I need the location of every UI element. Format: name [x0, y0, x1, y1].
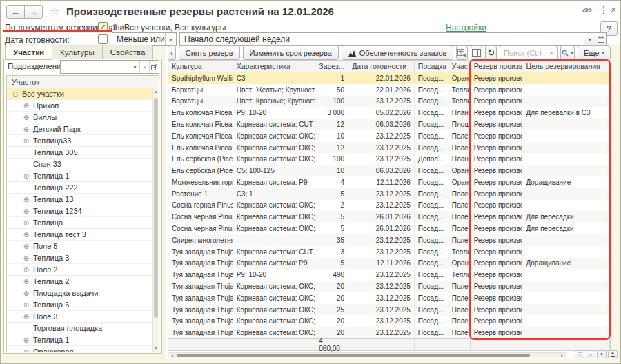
chevron-down-icon[interactable]: ▾: [130, 61, 139, 73]
column-header[interactable]: Посадка: [415, 61, 448, 72]
table-row[interactable]: Сосна черная Pinus ni...Корневая система…: [168, 211, 610, 223]
table-row[interactable]: БархатцыЦвет: Желтые; Крупность: Прямост…: [168, 84, 610, 96]
forward-button[interactable]: →: [24, 5, 43, 19]
table-row[interactable]: Ель колючая Picea pu...P9; 10-203 00005.…: [168, 107, 610, 119]
tree-item[interactable]: ⊕Поле 3: [7, 311, 152, 323]
change-reserve-term-button[interactable]: Изменить срок резерва: [243, 46, 339, 60]
tree-collapsed-icon[interactable]: ⊕: [22, 114, 30, 121]
tree-collapsed-icon[interactable]: ⊕: [22, 301, 30, 309]
tree-collapsed-icon[interactable]: ⊕: [22, 243, 30, 250]
page-up-button[interactable]: ▲: [586, 350, 595, 358]
table-row[interactable]: Сосна горная Pinus m...Корневая система:…: [168, 200, 610, 212]
output-list-button[interactable]: [456, 46, 468, 60]
tree-item[interactable]: ⊕Теплица 2: [7, 276, 152, 287]
tab-Участки[interactable]: Участки: [5, 45, 52, 60]
table-row[interactable]: Туя западная Thuja oc...Корневая система…: [168, 315, 610, 327]
tree-collapsed-icon[interactable]: ⊕: [22, 290, 30, 297]
tree-collapsed-icon[interactable]: ⊕: [22, 208, 30, 215]
table-row[interactable]: Ель колючая Picea pu...Корневая система:…: [168, 142, 610, 154]
tree-collapsed-icon[interactable]: ⊕: [22, 336, 30, 344]
column-header[interactable]: Дата готовности: [348, 61, 415, 72]
table-row[interactable]: Растение 1C3; 1523.12.2025Посад...Поле .…: [168, 188, 610, 200]
page-down-button[interactable]: ▼: [597, 350, 607, 358]
tree-item[interactable]: ⊕Теплица тест 3: [7, 229, 152, 241]
tree-item[interactable]: Спэн 33: [7, 159, 152, 170]
go-first-button[interactable]: ▲: [575, 350, 584, 358]
search-input[interactable]: [500, 49, 546, 57]
open-icon[interactable]: [149, 61, 159, 73]
column-header[interactable]: Цель резервирования: [522, 61, 610, 72]
subdivision-input[interactable]: ▾ ×: [60, 60, 159, 74]
tree-column-header[interactable]: Участок: [7, 76, 159, 88]
table-row[interactable]: БархатцыЦвет: Красные; Крупность: Отклон…: [168, 96, 610, 108]
table-row[interactable]: Туя западная Thuja oc...Корневая система…: [168, 281, 610, 292]
tree-collapsed-icon[interactable]: ⊕: [22, 137, 30, 145]
favorite-star-icon[interactable]: ☆: [50, 6, 59, 18]
tree-scroll-track[interactable]: [153, 95, 159, 345]
tree-item[interactable]: ⊕Теплица 1234: [7, 205, 152, 217]
tree-item[interactable]: ⊕Теплица 1: [7, 170, 152, 182]
tree-collapsed-icon[interactable]: ⊕: [22, 102, 30, 110]
tree-expanded-icon[interactable]: ⊖: [11, 90, 19, 98]
tree-item[interactable]: ⊕Поле 2: [7, 264, 152, 276]
date-dropdown-button[interactable]: ▾: [584, 32, 595, 46]
table-row[interactable]: Можжевельник горизо...Корневая система: …: [168, 176, 610, 188]
configure-columns-button[interactable]: [471, 46, 482, 60]
scroll-right-icon[interactable]: ▸: [559, 353, 566, 358]
column-header[interactable]: Участок: [448, 61, 471, 72]
back-button[interactable]: ←: [6, 5, 25, 19]
calendar-button[interactable]: [595, 32, 607, 46]
tab-Культуры[interactable]: Культуры: [52, 45, 103, 59]
more-button[interactable]: Еще ▾: [578, 46, 611, 60]
comparison-select[interactable]: Меньше или равно ▾: [112, 32, 177, 46]
get-link-icon[interactable]: [582, 6, 592, 17]
tree-collapsed-icon[interactable]: ⊕: [22, 254, 30, 262]
tree-collapsed-icon[interactable]: ⊕: [22, 313, 30, 321]
tree-item[interactable]: ⊕Теплица: [7, 217, 152, 229]
hscroll-track[interactable]: [175, 353, 559, 358]
tree-item[interactable]: ⊕Теплица 13: [7, 194, 152, 205]
tree-item[interactable]: ⊕Оранжерея: [7, 346, 152, 352]
table-row[interactable]: Ель сербская (Picea o...C5; 100-1251006.…: [168, 165, 610, 176]
scroll-up-icon[interactable]: ▴: [155, 88, 157, 95]
column-header[interactable]: Характеристика: [233, 61, 316, 72]
hscroll-thumb[interactable]: [177, 354, 530, 357]
tree-collapsed-icon[interactable]: ⊕: [22, 172, 30, 180]
tree-item[interactable]: Торговая площадка: [7, 323, 152, 334]
tree-item[interactable]: ⊕Виллы: [7, 112, 152, 123]
go-last-button[interactable]: ▼: [608, 350, 618, 358]
tree-item[interactable]: ⊕Теплица 6: [7, 299, 152, 311]
column-header[interactable]: Резерв произво...: [471, 61, 523, 72]
tree-collapsed-icon[interactable]: ⊕: [22, 231, 30, 239]
settings-link[interactable]: Настройки: [446, 23, 486, 32]
clear-icon[interactable]: ×: [139, 61, 149, 73]
table-row[interactable]: Сосна черная Pinus ni...Корневая система…: [168, 223, 610, 234]
tree-item[interactable]: ⊕Прикоп: [7, 100, 152, 112]
tree-item[interactable]: Теплица 222: [7, 182, 152, 194]
tree-item[interactable]: ⊕Площадка выдачи: [7, 287, 152, 299]
table-row[interactable]: Туя западная Thuja oc...Корневая система…: [168, 246, 610, 258]
table-row[interactable]: Ель колючая Picea pu...Корневая система:…: [168, 130, 610, 142]
table-row[interactable]: Spathiphyllum WallisiiC3122.01.2026Посад…: [168, 72, 610, 84]
search-options-button[interactable]: ▾: [560, 46, 575, 60]
tree-collapsed-icon[interactable]: ⊕: [22, 219, 30, 227]
tree-item[interactable]: ⊕Детский Парк: [7, 123, 152, 135]
date-value-input[interactable]: Начало следующей недели: [179, 32, 584, 46]
tree-item[interactable]: ⊕Теплица 1: [7, 334, 152, 346]
close-icon[interactable]: ×: [611, 4, 616, 15]
remove-reserve-button[interactable]: Снять резерв: [179, 46, 240, 60]
tree-collapsed-icon[interactable]: ⊕: [22, 196, 30, 203]
tree-item[interactable]: ⊕Поле 5: [7, 241, 152, 252]
tree-collapsed-icon[interactable]: ⊕: [22, 266, 30, 274]
collapse-panel-button[interactable]: ‹: [168, 46, 176, 60]
tab-Свойства[interactable]: Свойства: [103, 45, 154, 59]
tree-item[interactable]: ⊕Теплица33: [7, 135, 152, 147]
tree-collapsed-icon[interactable]: ⊕: [22, 125, 30, 133]
table-horizontal-scrollbar[interactable]: ◂ ▸: [168, 352, 566, 358]
table-row[interactable]: Туя западная Thuja oc...Корневая система…: [168, 327, 610, 338]
table-row[interactable]: Туя западная Thuja oc...Корневая система…: [168, 292, 610, 304]
hint-question-icon[interactable]: ?: [112, 23, 117, 32]
tree-collapsed-icon[interactable]: ⊕: [22, 278, 30, 285]
refresh-button[interactable]: ↻: [485, 46, 497, 60]
table-row[interactable]: Спирея многолетняя3523.12.2025Посад...По…: [168, 234, 610, 246]
